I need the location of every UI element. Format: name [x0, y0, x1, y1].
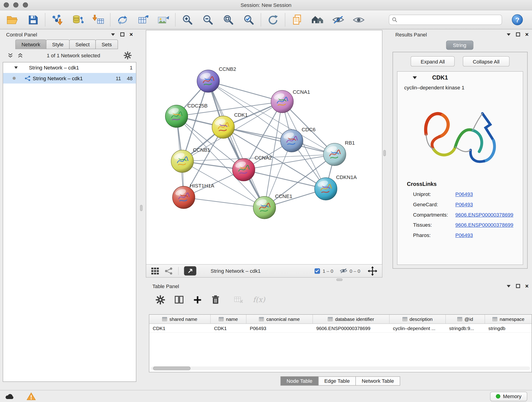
network-collection-row[interactable]: String Network – cdk1 1 [3, 62, 136, 73]
tab-node-table[interactable]: Node Table [280, 376, 318, 385]
network-row[interactable]: String Network – cdk1 11 48 [3, 73, 136, 83]
table-cell[interactable]: P06493 [246, 324, 313, 332]
tab-edge-table[interactable]: Edge Table [318, 376, 356, 385]
memory-button[interactable]: Memory [490, 391, 527, 401]
network-node-CCNE1[interactable] [253, 196, 276, 219]
network-node-CDC6[interactable] [280, 129, 303, 152]
close-panel-icon[interactable]: × [129, 32, 133, 37]
copy-document-button[interactable] [289, 12, 305, 27]
cloud-status-icon[interactable] [5, 393, 14, 400]
column-header--id[interactable]: @id [446, 315, 485, 324]
zoom-fit-button[interactable] [220, 12, 236, 27]
gear-icon[interactable] [124, 51, 132, 59]
network-node-CDK1[interactable] [212, 116, 234, 138]
crosslink-link[interactable]: 9606.ENSP00000378699 [455, 210, 513, 220]
tab-style[interactable]: Style [46, 40, 70, 49]
column-header-canonical-name[interactable]: canonical name [246, 315, 313, 324]
pan-crosshair-icon[interactable] [368, 266, 377, 276]
column-header-database-identifier[interactable]: database identifier [313, 315, 390, 324]
edge-CCNB2-CCNE1[interactable] [208, 81, 264, 208]
column-header-shared-name[interactable]: shared name [149, 315, 211, 324]
zoom-out-button[interactable] [200, 12, 215, 27]
table-cell[interactable]: 9606.ENSP00000378699 [313, 324, 390, 332]
import-network-from-database-button[interactable] [70, 12, 85, 27]
new-network-from-selection-button[interactable] [114, 12, 130, 27]
open-session-button[interactable] [5, 12, 20, 27]
import-table-button[interactable] [90, 12, 106, 27]
network-node-CCNA1[interactable] [271, 90, 293, 113]
table-cell[interactable]: CDK1 [210, 324, 246, 332]
network-overview-icon[interactable] [165, 267, 173, 274]
crosslink-link[interactable]: P06493 [455, 199, 473, 210]
apply-layout-button[interactable] [265, 12, 281, 27]
network-canvas[interactable]: CCNB2CCNA1CDC25BCDK1CDC6RB1CCNB1CCNA2CDK… [146, 30, 382, 264]
panel-menu-caret-icon[interactable] [507, 33, 511, 36]
import-network-button[interactable] [50, 12, 65, 27]
add-row-plus-icon[interactable] [193, 295, 202, 304]
column-header-description[interactable]: description [389, 315, 446, 324]
table-cell[interactable]: stringdb [485, 324, 532, 332]
crosslink-link[interactable]: P06493 [455, 230, 473, 240]
search-input[interactable] [399, 17, 499, 22]
panel-menu-caret-icon[interactable] [507, 284, 511, 287]
edge-CCNB2-CCNA1[interactable] [208, 81, 282, 102]
delete-trash-icon[interactable] [211, 295, 220, 305]
float-panel-icon[interactable] [120, 32, 124, 36]
hidden-eye-slash-icon[interactable] [339, 268, 348, 274]
network-node-CCNA2[interactable] [232, 159, 255, 181]
edge-CCNA2-CDKN1A[interactable] [244, 170, 326, 189]
section-collapse-caret-icon[interactable] [412, 76, 417, 80]
column-header-namespace[interactable]: namespace [485, 315, 532, 324]
network-node-CCNB1[interactable] [171, 150, 194, 172]
table-cell[interactable]: cyclin–dependent ... [389, 324, 446, 332]
home-view-button[interactable] [310, 12, 325, 27]
splitter-handle-right[interactable] [383, 150, 386, 156]
grid-view-icon[interactable] [151, 267, 159, 274]
network-node-CDC25B[interactable] [165, 105, 188, 128]
network-node-HIST1H1A[interactable] [172, 186, 195, 209]
selected-checkbox[interactable] [315, 268, 320, 274]
network-node-CCNB2[interactable] [197, 70, 220, 92]
help-button[interactable]: ? [510, 12, 525, 27]
show-all-button[interactable] [351, 12, 366, 27]
table-cell[interactable]: CDK1 [149, 324, 211, 332]
show-columns-icon[interactable] [175, 295, 184, 304]
tab-sets[interactable]: Sets [95, 40, 118, 49]
tab-network[interactable]: Network [15, 40, 46, 49]
tab-select[interactable]: Select [70, 40, 96, 49]
save-session-button[interactable] [25, 12, 41, 27]
close-panel-icon[interactable]: × [525, 32, 529, 37]
network-node-RB1[interactable] [323, 143, 346, 166]
hide-selected-button[interactable] [330, 12, 346, 27]
tab-string[interactable]: String [446, 41, 473, 50]
collapse-all-tree-icon[interactable] [7, 52, 13, 58]
zoom-in-button[interactable] [180, 12, 195, 27]
float-panel-icon[interactable] [516, 32, 520, 36]
close-panel-icon[interactable]: × [525, 283, 529, 289]
table-cell[interactable]: stringdb:9... [446, 324, 485, 332]
horizontal-scrollbar[interactable] [151, 366, 530, 370]
edge-CDK1-RB1[interactable] [223, 127, 335, 154]
zoom-selected-button[interactable] [241, 12, 257, 27]
splitter-handle-left[interactable] [140, 205, 142, 211]
export-image-button[interactable] [155, 12, 171, 27]
tree-expand-caret-icon[interactable] [14, 66, 18, 69]
crosslink-link[interactable]: 9606.ENSP00000378699 [455, 220, 513, 230]
float-panel-icon[interactable] [516, 284, 520, 288]
table-row[interactable]: CDK1CDK1P064939606.ENSP00000378699cyclin… [149, 324, 532, 333]
annotation-mode-button[interactable] [184, 266, 196, 275]
scrollbar-thumb[interactable] [153, 366, 191, 370]
column-header-name[interactable]: name [210, 315, 246, 324]
expand-all-button[interactable]: Expand All [411, 56, 455, 66]
clone-network-button[interactable] [135, 12, 151, 27]
network-node-CDKN1A[interactable] [315, 178, 337, 200]
tab-network-table[interactable]: Network Table [355, 376, 400, 385]
collapse-all-button[interactable]: Collapse All [463, 56, 509, 66]
expand-all-tree-icon[interactable] [17, 52, 23, 58]
warning-icon[interactable] [27, 392, 36, 400]
splitter-handle-bottom[interactable] [336, 279, 342, 281]
table-settings-gear-icon[interactable] [156, 295, 165, 304]
edge-HIST1H1A-CCNE1[interactable] [184, 197, 265, 208]
crosslink-link[interactable]: P06493 [455, 189, 473, 200]
panel-menu-caret-icon[interactable] [111, 33, 115, 36]
